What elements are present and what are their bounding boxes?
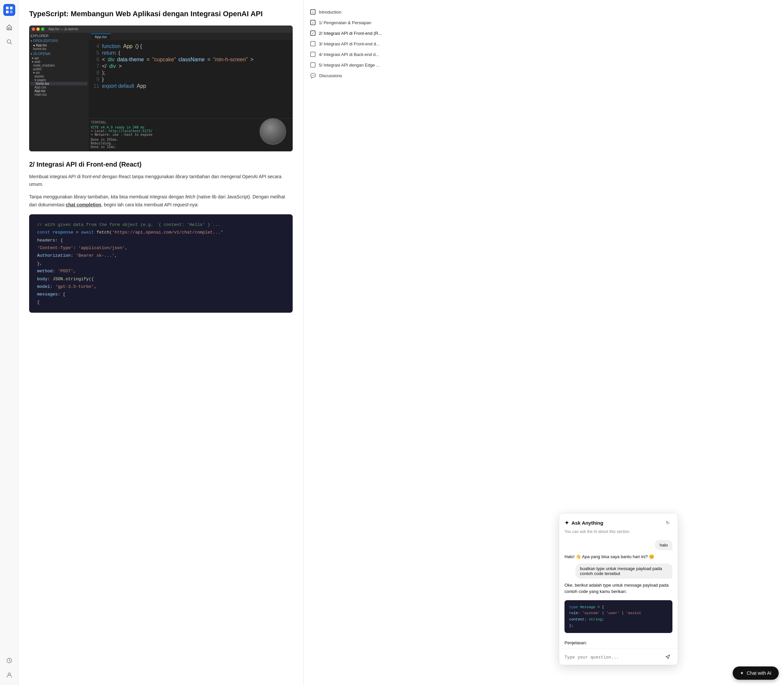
- ai-chat-panel: ✦ Ask Anything ↻ You can ask the AI abou…: [559, 513, 678, 665]
- ai-refresh-button[interactable]: ↻: [663, 518, 672, 528]
- sparkle-icon: ✦: [564, 520, 569, 526]
- toc-item-ch4[interactable]: 4/ Integrasi API di Back-end d...: [304, 49, 409, 60]
- toc-label-ch2: 2/ Integrasi API di Front-end (R...: [319, 31, 382, 36]
- svg-rect-1: [6, 6, 9, 9]
- ai-chat-messages: halo Halo! 👋 Apa yang bisa saya bantu ha…: [559, 537, 678, 649]
- svg-rect-4: [10, 11, 13, 13]
- svg-rect-3: [6, 11, 9, 13]
- svg-rect-0: [3, 4, 15, 16]
- ai-chat-title-text: Ask Anything: [572, 520, 603, 526]
- toc-item-ch1[interactable]: 1/ Pengenalan & Persiapan: [304, 17, 409, 28]
- discussions-icon: 💬: [310, 73, 316, 78]
- vscode-file-explorer: EXPLORER ▾ OPEN EDITORS ● App.tsx home.t…: [29, 33, 89, 151]
- chat-completion-link[interactable]: chat completion: [66, 202, 101, 207]
- ai-chat-input[interactable]: [564, 654, 661, 659]
- toc-item-ch5[interactable]: 5/ Integrasi API dengan Edge ...: [304, 60, 409, 70]
- toc-item-ch3[interactable]: 3/ Integrasi API di Front-end d...: [304, 39, 409, 49]
- toc-label-ch1: 1/ Pengenalan & Persiapan: [319, 20, 371, 25]
- sidebar-profile-icon[interactable]: [3, 669, 15, 681]
- toc-checkbox-introduction: [310, 9, 316, 15]
- ai-send-button[interactable]: [663, 652, 672, 661]
- toc-item-introduction[interactable]: Introduction: [304, 6, 409, 17]
- toc-checkbox-ch2: [310, 31, 316, 36]
- sidebar-history-icon[interactable]: [3, 654, 15, 666]
- left-sidebar: [0, 0, 19, 685]
- toc-label-discussions: Discussions: [319, 73, 342, 78]
- chat-message-user-1: halo: [655, 540, 672, 550]
- sidebar-search-icon[interactable]: [3, 36, 15, 48]
- page-title: TypeScript: Membangun Web Aplikasi denga…: [29, 9, 293, 19]
- ai-chat-footer: [559, 649, 678, 665]
- chat-code-snippet: type Message = { role: 'system' | 'user'…: [564, 600, 672, 633]
- chat-ai-sparkle-icon: ✦: [740, 670, 744, 676]
- sidebar-bottom: [3, 654, 15, 681]
- toc-label-ch4: 4/ Integrasi API di Back-end d...: [319, 52, 379, 57]
- code-block: // with given data from the form object …: [29, 214, 293, 313]
- toc-checkbox-ch5: [310, 62, 316, 68]
- ai-chat-subtitle: You can ask the AI about this section.: [559, 529, 678, 537]
- ai-chat-title: ✦ Ask Anything: [564, 520, 603, 526]
- chat-message-ai-2: Oke, berikut adalah type untuk message p…: [564, 582, 672, 595]
- svg-point-5: [7, 40, 11, 44]
- toc-checkbox-ch4: [310, 52, 316, 57]
- toc-discussions[interactable]: 💬 Discussions: [304, 70, 409, 81]
- chat-message-user-2: buatkan type untuk message payload pada …: [575, 563, 672, 579]
- hero-image: App.tsx — js-openai EXPLORER ▾ OPEN EDIT…: [29, 26, 293, 151]
- ai-chat-header: ✦ Ask Anything ↻: [559, 513, 678, 529]
- toc-checkbox-ch3: [310, 41, 316, 46]
- chat-message-ai-3: Penjelasan:: [564, 640, 587, 646]
- paragraph-1: Membuat integrasi API di front-end denga…: [29, 173, 293, 189]
- toc-item-ch2[interactable]: 2/ Integrasi API di Front-end (R...: [304, 28, 409, 39]
- vscode-titlebar: App.tsx — js-openai: [29, 26, 293, 33]
- main-content: TypeScript: Membangun Web Aplikasi denga…: [19, 0, 303, 685]
- sidebar-home-icon[interactable]: [3, 21, 15, 33]
- chat-with-ai-button[interactable]: ✦ Chat with AI: [733, 666, 779, 680]
- toc-label-ch3: 3/ Integrasi API di Front-end d...: [319, 41, 380, 46]
- right-sidebar-toc: Introduction 1/ Pengenalan & Persiapan 2…: [303, 0, 409, 685]
- paragraph-2: Tanpa menggunakan library tambahan, kita…: [29, 193, 293, 209]
- section-heading: 2/ Integrasi API di Front-end (React): [29, 161, 293, 168]
- svg-rect-2: [10, 6, 13, 9]
- toc-label-ch5: 5/ Integrasi API dengan Edge ...: [319, 63, 380, 68]
- app-logo[interactable]: [3, 4, 15, 16]
- toc-checkbox-ch1: [310, 20, 316, 25]
- chat-with-ai-label: Chat with AI: [747, 670, 771, 676]
- toc-label-introduction: Introduction: [319, 10, 341, 15]
- chat-message-ai-1: Halo! 👋 Apa yang bisa saya bantu hari in…: [564, 554, 654, 560]
